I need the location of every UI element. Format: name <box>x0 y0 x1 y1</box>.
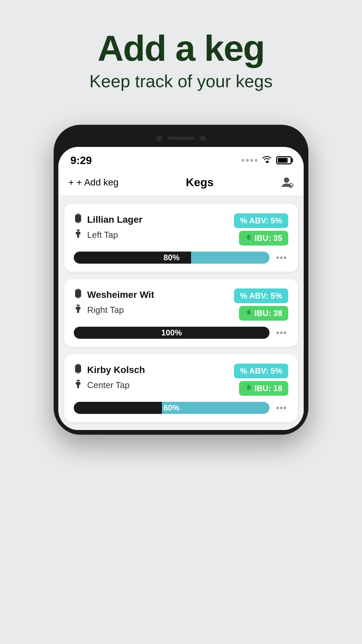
page-title: Kegs <box>186 176 214 189</box>
svg-rect-18 <box>76 289 80 290</box>
keg-icon <box>74 288 82 301</box>
percent-icon: % <box>240 291 247 301</box>
hop-icon <box>245 233 252 243</box>
progress-bar: 60% <box>74 402 269 414</box>
svg-rect-17 <box>75 290 81 297</box>
phone-wrapper: 9:29 <box>54 125 308 435</box>
hero-section: Add a keg Keep track of your kegs <box>0 0 362 111</box>
keg-card-top: Lillian Lager Left Tap % <box>74 213 288 246</box>
svg-point-16 <box>247 235 250 239</box>
phone-frame: 9:29 <box>54 125 308 435</box>
signal-icon <box>242 159 257 162</box>
tap-icon <box>74 379 82 391</box>
keg-badges: % ABV: 5% IBU: 38 <box>234 288 288 321</box>
status-bar: 9:29 <box>58 147 304 170</box>
hop-icon <box>245 309 252 318</box>
keg-badges: % ABV: 5% IBU: 18 <box>234 364 288 396</box>
camera-right <box>200 135 206 141</box>
keg-card: Kirby Kolsch Center Tap % <box>64 354 298 422</box>
progress-label: 60% <box>74 403 269 413</box>
keg-card-top: Wesheimer Wit Right Tap % <box>74 288 288 321</box>
abv-badge: % ABV: 5% <box>234 213 288 228</box>
keg-progress-row: 60% ••• <box>74 402 288 414</box>
svg-rect-23 <box>76 305 80 306</box>
keg-info: Lillian Lager Left Tap <box>74 213 142 241</box>
abv-badge: % ABV: 5% <box>234 364 288 378</box>
keg-info: Kirby Kolsch Center Tap <box>74 364 145 391</box>
more-options-button[interactable]: ••• <box>275 327 288 338</box>
keg-name: Lillian Lager <box>87 214 142 225</box>
svg-rect-32 <box>76 380 80 381</box>
status-icons <box>242 155 292 166</box>
svg-rect-14 <box>76 229 80 231</box>
svg-rect-28 <box>76 372 80 373</box>
svg-rect-27 <box>76 364 80 365</box>
status-time: 9:29 <box>70 154 92 167</box>
add-keg-label: + Add keg <box>76 177 118 188</box>
keg-list: Lillian Lager Left Tap % <box>58 196 304 430</box>
keg-badges: % ABV: 5% IBU: 35 <box>234 213 288 246</box>
svg-rect-26 <box>75 365 81 372</box>
svg-rect-10 <box>76 222 80 223</box>
keg-tap-row: Center Tap <box>74 379 145 391</box>
svg-rect-9 <box>76 214 80 215</box>
keg-tap: Left Tap <box>87 230 118 240</box>
wifi-icon <box>261 155 272 166</box>
keg-tap: Center Tap <box>87 380 130 390</box>
keg-tap-row: Right Tap <box>74 304 154 316</box>
add-icon: + <box>68 177 74 188</box>
keg-tap: Right Tap <box>87 305 124 315</box>
ibu-value: IBU: 35 <box>254 233 282 243</box>
keg-progress-row: 80% ••• <box>74 252 288 264</box>
more-options-button[interactable]: ••• <box>275 252 288 263</box>
progress-bar: 100% <box>74 327 269 339</box>
svg-point-1 <box>284 177 289 183</box>
camera <box>156 135 162 141</box>
keg-icon <box>74 213 82 226</box>
svg-point-3 <box>290 185 292 186</box>
ibu-badge: IBU: 18 <box>239 381 288 396</box>
keg-progress-row: 100% ••• <box>74 327 288 339</box>
phone-notch <box>58 129 304 147</box>
keg-name-row: Lillian Lager <box>74 213 142 226</box>
phone-screen: 9:29 <box>58 147 304 430</box>
abv-value: ABV: 5% <box>249 366 282 376</box>
hop-icon <box>245 384 252 393</box>
ibu-value: IBU: 18 <box>254 384 282 393</box>
keg-name: Wesheimer Wit <box>87 289 154 300</box>
app-header: + + Add keg Kegs <box>58 170 304 196</box>
progress-label: 100% <box>74 328 269 337</box>
tap-icon <box>74 304 82 316</box>
ibu-badge: IBU: 35 <box>239 231 288 246</box>
keg-icon <box>74 364 82 376</box>
svg-point-0 <box>266 161 268 163</box>
keg-info: Wesheimer Wit Right Tap <box>74 288 154 316</box>
user-settings-button[interactable] <box>281 177 294 188</box>
progress-bar: 80% <box>74 252 269 264</box>
svg-point-34 <box>247 385 250 389</box>
percent-icon: % <box>240 366 247 376</box>
hero-title: Add a keg <box>27 30 335 66</box>
keg-card: Lillian Lager Left Tap % <box>64 204 298 272</box>
battery-icon <box>276 156 292 164</box>
keg-card-top: Kirby Kolsch Center Tap % <box>74 364 288 396</box>
keg-tap-row: Left Tap <box>74 229 142 241</box>
speaker <box>168 137 194 140</box>
tap-icon <box>74 229 82 241</box>
progress-label: 80% <box>74 253 269 262</box>
ibu-value: IBU: 38 <box>254 309 282 318</box>
abv-badge: % ABV: 5% <box>234 288 288 303</box>
percent-icon: % <box>240 216 247 225</box>
abv-value: ABV: 5% <box>249 291 282 301</box>
svg-rect-8 <box>75 215 81 222</box>
keg-name-row: Wesheimer Wit <box>74 288 154 301</box>
add-keg-button[interactable]: + + Add keg <box>68 177 119 188</box>
ibu-badge: IBU: 38 <box>239 306 288 321</box>
hero-subtitle: Keep track of your kegs <box>27 71 335 91</box>
keg-card: Wesheimer Wit Right Tap % <box>64 279 298 347</box>
svg-point-25 <box>247 310 250 314</box>
keg-name: Kirby Kolsch <box>87 365 145 375</box>
more-options-button[interactable]: ••• <box>275 402 288 413</box>
keg-name-row: Kirby Kolsch <box>74 364 145 376</box>
abv-value: ABV: 5% <box>249 216 282 225</box>
